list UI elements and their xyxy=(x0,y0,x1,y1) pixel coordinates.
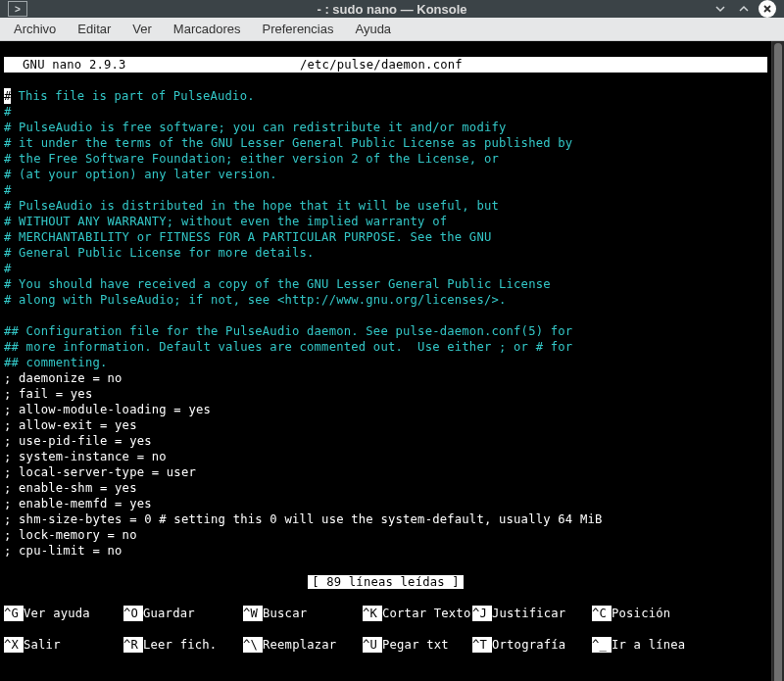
file-line: # PulseAudio is free software; you can r… xyxy=(4,121,507,134)
sc-label: Ir a línea xyxy=(612,637,711,653)
file-line: # xyxy=(4,105,12,119)
sc-key: ^T xyxy=(472,637,492,653)
file-line: # (at your option) any later version. xyxy=(4,168,277,181)
sc-label: Cortar Texto xyxy=(382,606,472,621)
file-line: ; system-instance = no xyxy=(4,450,167,463)
nano-status-line: [ 89 líneas leídas ] xyxy=(4,574,767,590)
sc-label: Justificar xyxy=(492,606,592,621)
maximize-button[interactable] xyxy=(735,0,753,18)
sc-key: ^O xyxy=(123,606,143,621)
minimize-button[interactable] xyxy=(711,0,729,18)
file-line: ; daemonize = no xyxy=(4,371,122,385)
sc-label: Pegar txt xyxy=(382,637,472,653)
sc-label: Posición xyxy=(612,606,711,621)
window-title: - : sudo nano — Konsole xyxy=(86,2,698,17)
file-line: # General Public License for more detail… xyxy=(4,246,315,260)
file-line: ; cpu-limit = no xyxy=(4,544,122,558)
sc-key: ^X xyxy=(4,637,24,653)
menu-marcadores[interactable]: Marcadores xyxy=(172,18,243,40)
konsole-window: > - : sudo nano — Konsole Archivo Editar… xyxy=(0,0,784,681)
file-line: ; local-server-type = user xyxy=(4,465,196,479)
file-line: # the Free Software Foundation; either v… xyxy=(4,152,499,166)
file-line: ; fail = yes xyxy=(4,387,92,401)
sc-key: ^W xyxy=(243,606,263,621)
file-line: ; allow-module-loading = yes xyxy=(4,403,211,416)
cursor: # xyxy=(4,88,11,104)
sc-label: Reemplazar xyxy=(263,637,363,653)
file-line: ; shm-size-bytes = 0 # setting this 0 wi… xyxy=(4,512,603,526)
shortcut-row-2: ^X Salir^R Leer fich.^\ Reemplazar^U Peg… xyxy=(4,637,767,653)
terminal[interactable]: GNU nano 2.9.3 /etc/pulse/daemon.conf # … xyxy=(0,41,771,681)
terminal-wrapper: GNU nano 2.9.3 /etc/pulse/daemon.conf # … xyxy=(0,41,784,681)
file-line: # it under the terms of the GNU Lesser G… xyxy=(4,136,572,150)
sc-key: ^R xyxy=(123,637,143,653)
menubar: Archivo Editar Ver Marcadores Preferenci… xyxy=(0,18,784,41)
menu-ayuda[interactable]: Ayuda xyxy=(353,18,393,40)
menu-preferencias[interactable]: Preferencias xyxy=(260,18,335,40)
sc-label: Buscar xyxy=(263,606,363,621)
nano-version: GNU nano 2.9.3 xyxy=(4,57,130,73)
file-line: ; enable-memfd = yes xyxy=(4,497,152,511)
sc-key: ^K xyxy=(363,606,382,621)
scrollbar[interactable] xyxy=(771,41,784,681)
file-line: ## more information. Default values are … xyxy=(4,340,572,354)
file-line: ; allow-exit = yes xyxy=(4,418,137,432)
editor-content[interactable]: # This file is part of PulseAudio. # # P… xyxy=(4,88,767,559)
file-line: ; enable-shm = yes xyxy=(4,481,137,495)
file-line: ; use-pid-file = yes xyxy=(4,434,152,448)
file-line: This file is part of PulseAudio. xyxy=(11,89,255,103)
sc-key: ^J xyxy=(472,606,492,621)
menu-archivo[interactable]: Archivo xyxy=(12,18,58,40)
sc-label: Leer fich. xyxy=(143,637,243,653)
file-line: ## commenting. xyxy=(4,356,108,369)
sc-label: Guardar xyxy=(143,606,243,621)
file-line: # You should have received a copy of the… xyxy=(4,277,551,291)
file-line: # MERCHANTABILITY or FITNESS FOR A PARTI… xyxy=(4,230,491,244)
scrollbar-thumb[interactable] xyxy=(774,43,782,681)
sc-label: Salir xyxy=(24,637,123,653)
close-button[interactable] xyxy=(759,0,776,18)
sc-key: ^U xyxy=(363,637,382,653)
file-line: # WITHOUT ANY WARRANTY; without even the… xyxy=(4,215,447,228)
menu-editar[interactable]: Editar xyxy=(75,18,113,40)
sc-label: Ortografía xyxy=(492,637,592,653)
titlebar[interactable]: > - : sudo nano — Konsole xyxy=(0,0,784,18)
file-line: ## Configuration file for the PulseAudio… xyxy=(4,324,572,338)
menu-ver[interactable]: Ver xyxy=(130,18,154,40)
file-line: # xyxy=(4,262,12,275)
sc-label: Ver ayuda xyxy=(24,606,123,621)
sc-key: ^G xyxy=(4,606,24,621)
shortcut-row-1: ^G Ver ayuda^O Guardar^W Buscar^K Cortar… xyxy=(4,606,767,621)
file-line: # along with PulseAudio; if not, see <ht… xyxy=(4,293,507,307)
sc-key: ^_ xyxy=(592,637,612,653)
file-line: # xyxy=(4,183,12,197)
nano-header: GNU nano 2.9.3 /etc/pulse/daemon.conf xyxy=(4,57,767,73)
file-line: ; lock-memory = no xyxy=(4,528,137,542)
sc-key: ^\ xyxy=(243,637,263,653)
file-line: # PulseAudio is distributed in the hope … xyxy=(4,199,499,213)
app-menu-icon[interactable]: > xyxy=(8,1,27,17)
nano-filename: /etc/pulse/daemon.conf xyxy=(130,57,767,73)
sc-key: ^C xyxy=(592,606,612,621)
